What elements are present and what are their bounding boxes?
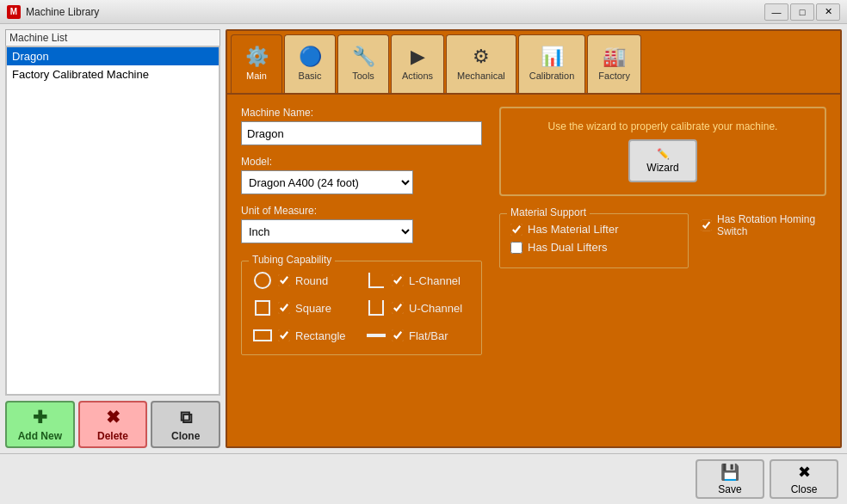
minimize-button[interactable]: — xyxy=(764,3,788,21)
tab-actions[interactable]: ▶ Actions xyxy=(391,34,444,93)
delete-button[interactable]: ✖ Delete xyxy=(78,401,148,448)
tab-basic[interactable]: 🔵 Basic xyxy=(284,34,336,93)
calibration-tab-icon: 📊 xyxy=(541,46,564,68)
machine-list-item[interactable]: Dragon xyxy=(7,47,219,65)
capability-rectangle: Rectangle xyxy=(252,325,357,346)
right-panel: ⚙️ Main 🔵 Basic 🔧 Tools ▶ Actions ⚙ xyxy=(226,29,842,448)
clone-button[interactable]: ⧉ Clone xyxy=(151,401,220,448)
model-select[interactable]: Dragon A400 (24 foot) Dragon A400 (12 fo… xyxy=(241,170,413,194)
wizard-box: Use the wizard to properly calibrate you… xyxy=(499,107,826,196)
rect-shape-icon xyxy=(252,325,273,346)
wizard-button[interactable]: ✏️ Wizard xyxy=(628,139,697,182)
model-label: Model: xyxy=(241,156,482,168)
unit-field: Unit of Measure: Inch Millimeter xyxy=(241,205,482,243)
unit-select[interactable]: Inch Millimeter xyxy=(241,219,413,243)
maximize-button[interactable]: □ xyxy=(790,3,814,21)
capability-square: Square xyxy=(252,298,357,318)
close-window-button[interactable]: ✕ xyxy=(816,3,840,21)
machine-list-box: Dragon Factory Calibrated Machine xyxy=(5,46,220,396)
machine-name-input[interactable] xyxy=(241,121,482,145)
machine-name-field: Machine Name: xyxy=(241,107,482,145)
flat-shape-icon xyxy=(366,325,386,346)
uchannel-checkbox[interactable] xyxy=(392,302,404,314)
tubing-capability-label: Tubing Capability xyxy=(249,254,335,266)
clone-icon: ⧉ xyxy=(180,408,192,427)
tab-tools[interactable]: 🔧 Tools xyxy=(337,34,389,93)
add-new-button[interactable]: ✚ Add New xyxy=(5,401,75,448)
tab-factory[interactable]: 🏭 Factory xyxy=(587,34,641,93)
title-bar: M Machine Library — □ ✕ xyxy=(0,0,847,24)
capability-flatbar: Flat/Bar xyxy=(366,325,471,346)
material-rotation-row: Material Support Has Material Lifter Has… xyxy=(499,206,826,268)
tools-tab-icon: 🔧 xyxy=(352,46,375,68)
content-area: Machine List Dragon Factory Calibrated M… xyxy=(0,24,847,453)
save-icon: 💾 xyxy=(720,463,739,482)
wizard-icon: ✏️ xyxy=(657,148,670,160)
machine-name-label: Machine Name: xyxy=(241,107,482,119)
machine-list-item[interactable]: Factory Calibrated Machine xyxy=(7,65,219,83)
tubing-capability-box: Tubing Capability Round xyxy=(241,261,482,355)
window-controls: — □ ✕ xyxy=(764,3,840,21)
save-button[interactable]: 💾 Save xyxy=(696,459,764,499)
square-checkbox[interactable] xyxy=(278,302,290,314)
capability-round: Round xyxy=(252,270,357,291)
tab-bar: ⚙️ Main 🔵 Basic 🔧 Tools ▶ Actions ⚙ xyxy=(227,31,840,95)
round-shape-icon xyxy=(252,270,273,291)
capability-lchannel: L-Channel xyxy=(366,270,471,291)
main-tab-icon: ⚙️ xyxy=(245,46,269,68)
add-icon: ✚ xyxy=(33,407,47,427)
lchannel-checkbox[interactable] xyxy=(392,274,404,286)
left-panel: Machine List Dragon Factory Calibrated M… xyxy=(5,29,220,448)
tab-main[interactable]: ⚙️ Main xyxy=(231,34,282,93)
main-window: Machine List Dragon Factory Calibrated M… xyxy=(0,24,847,504)
basic-tab-icon: 🔵 xyxy=(299,46,322,68)
window-title: Machine Library xyxy=(26,6,764,18)
lchannel-shape-icon xyxy=(366,270,386,291)
tab-content-main: Machine Name: Model: Dragon A400 (24 foo… xyxy=(227,95,840,446)
delete-icon: ✖ xyxy=(106,407,121,427)
actions-tab-icon: ▶ xyxy=(411,46,425,68)
tab-calibration[interactable]: 📊 Calibration xyxy=(518,34,586,93)
unit-label: Unit of Measure: xyxy=(241,205,482,217)
rotation-item: Has Rotation Homing Switch xyxy=(701,213,826,237)
tab-mechanical[interactable]: ⚙ Mechanical xyxy=(446,34,516,93)
machine-list-label: Machine List xyxy=(5,29,220,46)
rotation-homing-checkbox[interactable] xyxy=(701,219,712,231)
factory-tab-icon: 🏭 xyxy=(603,46,626,68)
material-support-label: Material Support xyxy=(507,206,590,218)
close-icon: ✖ xyxy=(798,463,811,482)
uchannel-shape-icon xyxy=(366,298,386,318)
model-field: Model: Dragon A400 (24 foot) Dragon A400… xyxy=(241,156,482,194)
round-checkbox[interactable] xyxy=(278,274,290,286)
right-side-panel: Use the wizard to properly calibrate you… xyxy=(499,107,826,434)
flatbar-checkbox[interactable] xyxy=(392,329,404,341)
material-lifter-checkbox[interactable] xyxy=(510,224,522,236)
capability-uchannel: U-Channel xyxy=(366,298,471,318)
app-icon: M xyxy=(7,5,21,19)
material-support-box: Material Support Has Material Lifter Has… xyxy=(499,213,689,268)
close-button[interactable]: ✖ Close xyxy=(770,459,838,499)
rectangle-checkbox[interactable] xyxy=(278,329,290,341)
form-section: Machine Name: Model: Dragon A400 (24 foo… xyxy=(241,107,482,434)
square-shape-icon xyxy=(252,298,273,318)
capability-grid: Round L-Channel xyxy=(252,270,471,346)
bottom-bar: 💾 Save ✖ Close xyxy=(0,453,847,504)
mechanical-tab-icon: ⚙ xyxy=(473,46,490,68)
dual-lifters-checkbox[interactable] xyxy=(510,242,522,254)
wizard-text: Use the wizard to properly calibrate you… xyxy=(548,120,778,132)
material-lifter-item: Has Material Lifter xyxy=(510,223,677,236)
dual-lifters-item: Has Dual Lifters xyxy=(510,241,677,254)
left-buttons: ✚ Add New ✖ Delete ⧉ Clone xyxy=(5,401,220,448)
